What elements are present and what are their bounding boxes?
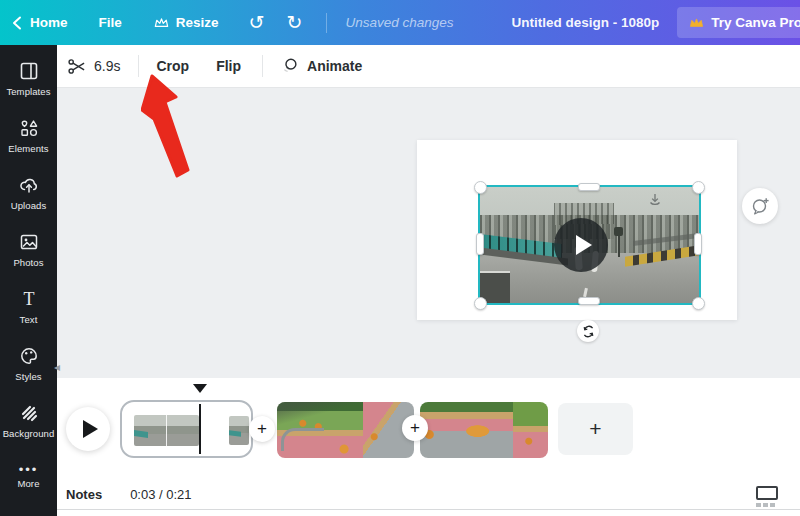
clip-thumbnail <box>513 402 548 458</box>
add-clip-between-button[interactable]: + <box>249 416 275 442</box>
chevron-left-icon <box>11 16 23 30</box>
timeline: + + + <box>57 378 800 479</box>
top-bar: Home File Resize ↺ ↻ Unsaved changes Unt… <box>0 0 800 45</box>
more-dots-icon: ••• <box>19 466 39 474</box>
play-icon <box>576 235 592 255</box>
timeline-clip-terrace-cats-2[interactable] <box>420 402 548 458</box>
topbar-divider <box>326 13 327 33</box>
text-t-icon: T <box>18 288 40 310</box>
clip-thumbnail <box>229 416 249 445</box>
scissors-trim-icon[interactable] <box>67 57 86 76</box>
plus-icon: + <box>589 417 601 441</box>
plus-icon: + <box>410 418 420 438</box>
crown-icon <box>154 17 169 29</box>
time-indicator: 0:03 / 0:21 <box>130 487 191 502</box>
bottom-divider <box>57 509 800 510</box>
sidebar-label: Elements <box>8 143 48 154</box>
sidebar-item-photos[interactable]: Photos <box>0 221 57 278</box>
sidebar-label: Text <box>20 314 38 325</box>
timeline-clip-terrace-cats-1[interactable] <box>277 402 414 458</box>
clip-thumbnail <box>420 402 513 458</box>
animate-button[interactable]: Animate <box>307 58 362 74</box>
sidebar-label: Background <box>3 428 55 439</box>
resize-handle-top-right[interactable] <box>692 181 705 194</box>
resize-button[interactable]: Resize <box>154 15 219 30</box>
grid-view-toggle-icon[interactable] <box>756 486 778 500</box>
sidebar-label: Photos <box>13 257 43 268</box>
rotate-icon <box>582 325 595 338</box>
add-comment-button[interactable] <box>742 188 778 224</box>
crown-icon <box>689 17 704 29</box>
redo-icon: ↻ <box>286 13 302 32</box>
resize-handle-top[interactable] <box>578 183 600 191</box>
flip-button[interactable]: Flip <box>216 58 241 74</box>
sidebar-item-styles[interactable]: Styles <box>0 335 57 392</box>
sidebar-item-uploads[interactable]: Uploads <box>0 164 57 221</box>
redo-button[interactable]: ↻ <box>286 13 302 32</box>
resize-handle-right[interactable] <box>694 233 702 255</box>
sidebar-item-text[interactable]: T Text <box>0 278 57 335</box>
playhead-marker[interactable] <box>193 384 207 393</box>
bottom-bar: Notes 0:03 / 0:21 <box>57 479 800 516</box>
sidebar-item-background[interactable]: Background <box>0 392 57 449</box>
home-button[interactable]: Home <box>11 15 68 30</box>
sidebar-label: Templates <box>6 86 50 97</box>
video-element[interactable] <box>480 187 699 303</box>
templates-grid-icon <box>18 60 40 82</box>
unsaved-status: Unsaved changes <box>345 15 453 30</box>
timeline-play-button[interactable] <box>66 407 110 451</box>
add-new-clip-button[interactable]: + <box>558 403 633 455</box>
resize-handle-bottom-right[interactable] <box>692 297 705 310</box>
sidebar: Templates Elements Uploads Photos T Text <box>0 45 57 516</box>
undo-button[interactable]: ↺ <box>249 13 265 32</box>
animate-circles-icon <box>280 57 299 76</box>
resize-label: Resize <box>176 15 219 30</box>
clip-duration[interactable]: 6.9s <box>94 58 120 74</box>
svg-text:T: T <box>23 289 34 309</box>
grid-view-dashes <box>756 503 775 507</box>
sidebar-label: Uploads <box>11 200 47 211</box>
uploads-cloud-icon <box>18 174 40 196</box>
resize-handle-bottom-left[interactable] <box>474 297 487 310</box>
resize-handle-top-left[interactable] <box>474 181 487 194</box>
photos-image-icon <box>18 231 40 253</box>
clip-playhead-line[interactable] <box>199 404 201 454</box>
file-label: File <box>99 15 122 30</box>
file-button[interactable]: File <box>99 15 122 30</box>
clip-thumbnail <box>134 415 199 446</box>
sidebar-item-more[interactable]: ••• More <box>0 449 57 506</box>
annotation-arrow <box>141 72 197 178</box>
notes-button[interactable]: Notes <box>66 487 102 502</box>
sidebar-item-elements[interactable]: Elements <box>0 107 57 164</box>
plus-icon: + <box>257 419 267 439</box>
rotate-handle[interactable] <box>577 320 599 342</box>
download-arrow-icon <box>649 193 661 208</box>
design-title[interactable]: Untitled design - 1080p <box>511 15 659 30</box>
try-canva-pro-button[interactable]: Try Canva Pro <box>677 7 800 38</box>
toolbar-divider <box>138 55 139 77</box>
sidebar-item-templates[interactable]: Templates <box>0 50 57 107</box>
toolbar-divider <box>262 55 263 77</box>
undo-icon: ↺ <box>249 13 265 32</box>
add-clip-between-button[interactable]: + <box>402 415 428 441</box>
styles-palette-icon <box>18 345 40 367</box>
clip-thumbnail <box>277 402 363 458</box>
home-label: Home <box>30 15 68 30</box>
video-sign <box>614 227 623 236</box>
elements-shapes-icon <box>18 117 40 139</box>
play-icon <box>83 420 98 438</box>
comment-plus-icon <box>750 196 770 216</box>
timeline-clip-road-video[interactable] <box>120 400 253 458</box>
play-overlay-button[interactable] <box>554 218 608 272</box>
collapse-panel-arrow[interactable]: ◂ <box>54 360 60 374</box>
resize-handle-bottom[interactable] <box>578 297 600 305</box>
background-stripes-icon <box>18 402 40 424</box>
canva-video-editor: { "topbar": { "home_label": "Home", "fil… <box>0 0 800 516</box>
try-pro-label: Try Canva Pro <box>711 15 800 30</box>
sidebar-label: More <box>17 478 39 489</box>
resize-handle-left[interactable] <box>476 233 484 255</box>
sidebar-label: Styles <box>15 371 41 382</box>
